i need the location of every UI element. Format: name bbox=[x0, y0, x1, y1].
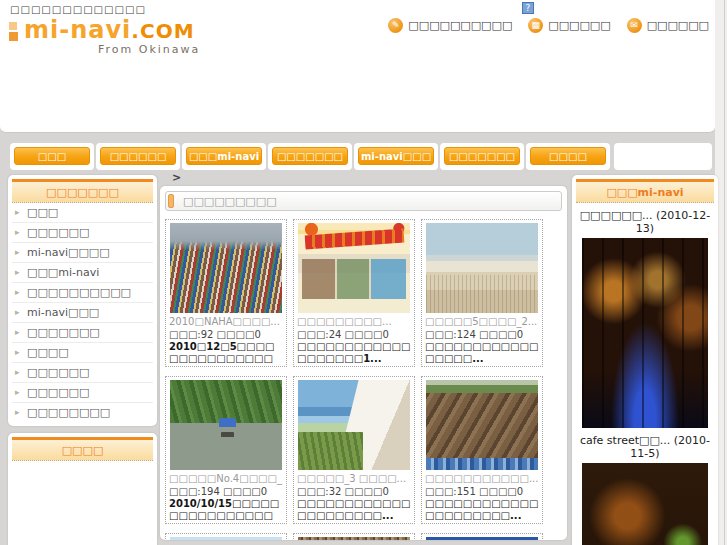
card-description: 2010□12□5□□□□□□□□□□□□□□□□... bbox=[169, 341, 283, 365]
card-description: □□□□□□□□□□□□□□□□□□□□□... bbox=[425, 498, 539, 522]
site-logo[interactable]: mi-navi.COM From Okinawa bbox=[8, 16, 238, 50]
photo-card-6[interactable]: □□□□□□□□□□□... □□□:151 □□□□0 □□□□□□□□□□□… bbox=[421, 376, 543, 524]
sidebar-item-4[interactable]: ▸□□□mi-navi bbox=[12, 263, 153, 283]
card-thumbnail-sea bbox=[426, 537, 538, 540]
card-thumbnail-sky bbox=[170, 537, 282, 540]
sidebar-item-label: □□□□ bbox=[27, 346, 69, 359]
card-stats: □□□:24 □□□□0 bbox=[297, 328, 411, 341]
header-link-label: □□□□□□ bbox=[647, 19, 709, 32]
triangle-bullet-icon: ▸ bbox=[15, 267, 20, 277]
card-description: □□□□□□□□□□□□□□□□□□□1... bbox=[297, 341, 411, 365]
photo-card-9[interactable] bbox=[421, 533, 543, 540]
triangle-bullet-icon: ▸ bbox=[15, 227, 20, 237]
sidebar-item-11[interactable]: ▸□□□□□□□□ bbox=[12, 403, 153, 422]
photo-card-grid: 2010□NAHA□□□□... □□□:92 □□□□0 2010□12□5□… bbox=[165, 219, 562, 540]
card-description: 2010/10/15□□□□□□□□□□□□□□□□□... bbox=[169, 498, 283, 522]
main-nav-tabs: □□□ □□□□□□ □□□mi-navi □□□□□□□ mi-navi□□□… bbox=[10, 143, 612, 170]
right-sidebar-box: □□□mi-navi □□□□□□... (2010-12-13) cafe s… bbox=[572, 175, 718, 545]
photo-card-8[interactable] bbox=[293, 533, 415, 540]
tab-label: □□□□ bbox=[530, 147, 606, 165]
triangle-bullet-icon: ▸ bbox=[15, 287, 20, 297]
photo-card-7[interactable] bbox=[165, 533, 287, 540]
section-header: □□□□□□□□□ bbox=[165, 191, 562, 211]
left-sidebar: □□□□□□□ ▸□□□ ▸□□□□□□ ▸mi-navi□□□□ ▸□□□mi… bbox=[8, 175, 157, 545]
right-entry-caption-2[interactable]: cafe street□□... (2010-11-5) bbox=[578, 434, 712, 460]
sidebar-item-label: □□□□□□□□□□ bbox=[27, 286, 131, 299]
sidebar-item-2[interactable]: ▸□□□□□□ bbox=[12, 223, 153, 243]
tab-2[interactable]: □□□□□□ bbox=[96, 143, 180, 170]
header-link-label: □□□□□□□□□□ bbox=[408, 19, 512, 32]
tab-label: □□□□□□ bbox=[100, 147, 176, 165]
card-description: □□□□□□□□□□□□□□□□□... bbox=[425, 341, 539, 365]
tab-4[interactable]: □□□□□□□ bbox=[268, 143, 352, 170]
sidebar-item-7[interactable]: ▸□□□□□□□ bbox=[12, 323, 153, 343]
right-entry-photo-cafe[interactable] bbox=[582, 463, 708, 545]
card-stats: □□□:32 □□□□0 bbox=[297, 485, 411, 498]
triangle-bullet-icon: ▸ bbox=[15, 327, 20, 337]
sidebar-item-label: □□□ bbox=[27, 206, 58, 219]
sidebar-item-8[interactable]: ▸□□□□ bbox=[12, 343, 153, 363]
triangle-bullet-icon: ▸ bbox=[15, 247, 20, 257]
sidebar-item-5[interactable]: ▸□□□□□□□□□□ bbox=[12, 283, 153, 303]
card-title: □□□□□No.4□□□□_1... bbox=[169, 472, 283, 485]
header-link-company[interactable]: ▦ □□□□□□ bbox=[528, 18, 610, 33]
sidebar-item-3[interactable]: ▸mi-navi□□□□ bbox=[12, 243, 153, 263]
tab-label: □□□mi-navi bbox=[186, 147, 262, 165]
tab-label: □□□□□□□ bbox=[272, 147, 348, 165]
sidebar-secondary-panel: □□□□ bbox=[12, 437, 153, 545]
sidebar-item-6[interactable]: ▸mi-navi□□□ bbox=[12, 303, 153, 323]
sidebar-item-label: mi-navi□□□ bbox=[27, 306, 99, 319]
tab-minavi-search[interactable]: mi-navi□□□ bbox=[354, 143, 438, 170]
photo-card-4[interactable]: □□□□□No.4□□□□_1... □□□:194 □□□□0 2010/10… bbox=[165, 376, 287, 524]
header-link-register[interactable]: ✎ □□□□□□□□□□ bbox=[388, 18, 512, 33]
card-thumbnail-monument bbox=[298, 380, 410, 470]
triangle-bullet-icon: ▸ bbox=[15, 347, 20, 357]
sidebar-secondary-title: □□□□ bbox=[12, 440, 153, 461]
browser-viewport: □□□□□□□□□□□□□ mi-navi.COM From Okinawa ?… bbox=[0, 0, 727, 545]
photo-card-3[interactable]: □□□□□5□□□□_2... □□□:124 □□□□0 □□□□□□□□□□… bbox=[421, 219, 543, 367]
card-thumbnail-poster bbox=[298, 223, 410, 313]
sidebar-item-label: □□□□□□□ bbox=[27, 326, 100, 339]
sidebar-item-10[interactable]: ▸□□□□□□ bbox=[12, 383, 153, 403]
building-icon: ▦ bbox=[528, 18, 543, 33]
photo-card-2[interactable]: □□□□□□□□□... □□□:24 □□□□0 □□□□□□□□□□□□□□… bbox=[293, 219, 415, 367]
sidebar-item-1[interactable]: ▸□□□ bbox=[12, 203, 153, 223]
sidebar-item-label: □□□□□□□□ bbox=[27, 406, 110, 419]
right-panel-title: □□□mi-navi bbox=[576, 182, 714, 203]
tab-6[interactable]: □□□□□□□ bbox=[440, 143, 524, 170]
envelope-icon: ✉ bbox=[627, 18, 642, 33]
tab-7[interactable]: □□□□ bbox=[526, 143, 610, 170]
tab-home[interactable]: □□□ bbox=[10, 143, 94, 170]
photo-card-5[interactable]: □□□□□_3 □□□□... □□□:32 □□□□0 □□□□□□□□□□□… bbox=[293, 376, 415, 524]
header-link-contact[interactable]: ✉ □□□□□□ bbox=[627, 18, 709, 33]
header-link-label: □□□□□□ bbox=[548, 19, 610, 32]
triangle-bullet-icon: ▸ bbox=[15, 207, 20, 217]
sidebar-secondary-box: □□□□ bbox=[8, 433, 157, 545]
tab-label: □□□ bbox=[14, 147, 90, 165]
sidebar-item-label: □□□□□□ bbox=[27, 366, 89, 379]
page-edge-line bbox=[724, 0, 725, 545]
logo-square-light bbox=[9, 22, 17, 30]
sidebar-menu-panel: □□□□□□□ ▸□□□ ▸□□□□□□ ▸mi-navi□□□□ ▸□□□mi… bbox=[12, 179, 153, 422]
sidebar-item-9[interactable]: ▸□□□□□□ bbox=[12, 363, 153, 383]
breadcrumb[interactable]: > bbox=[172, 172, 567, 186]
sidebar-item-label: □□□mi-navi bbox=[27, 266, 99, 279]
logo-tld: .COM bbox=[131, 19, 194, 43]
sidebar-menu-title: □□□□□□□ bbox=[12, 182, 153, 203]
card-thumbnail-marathon bbox=[170, 223, 282, 313]
sidebar-item-label: □□□□□□ bbox=[27, 226, 89, 239]
triangle-bullet-icon: ▸ bbox=[15, 367, 20, 377]
pencil-icon: ✎ bbox=[388, 18, 403, 33]
right-sidebar: □□□mi-navi □□□□□□... (2010-12-13) cafe s… bbox=[572, 175, 718, 545]
sidebar-menu-box: □□□□□□□ ▸□□□ ▸□□□□□□ ▸mi-navi□□□□ ▸□□□mi… bbox=[8, 175, 157, 426]
card-thumbnail-cliff bbox=[426, 380, 538, 470]
card-stats: □□□:92 □□□□0 bbox=[169, 328, 283, 341]
logo-brand-text: mi-navi.COM bbox=[24, 16, 195, 44]
triangle-bullet-icon: ▸ bbox=[15, 387, 20, 397]
card-title: □□□□□□□□□□□... bbox=[425, 472, 539, 485]
photo-card-1[interactable]: 2010□NAHA□□□□... □□□:92 □□□□0 2010□12□5□… bbox=[165, 219, 287, 367]
tab-minavi[interactable]: □□□mi-navi bbox=[182, 143, 266, 170]
sidebar-secondary-body bbox=[12, 461, 153, 545]
right-entry-caption-1[interactable]: □□□□□□... (2010-12-13) bbox=[578, 209, 712, 235]
right-entry-photo-bar[interactable] bbox=[582, 238, 708, 428]
